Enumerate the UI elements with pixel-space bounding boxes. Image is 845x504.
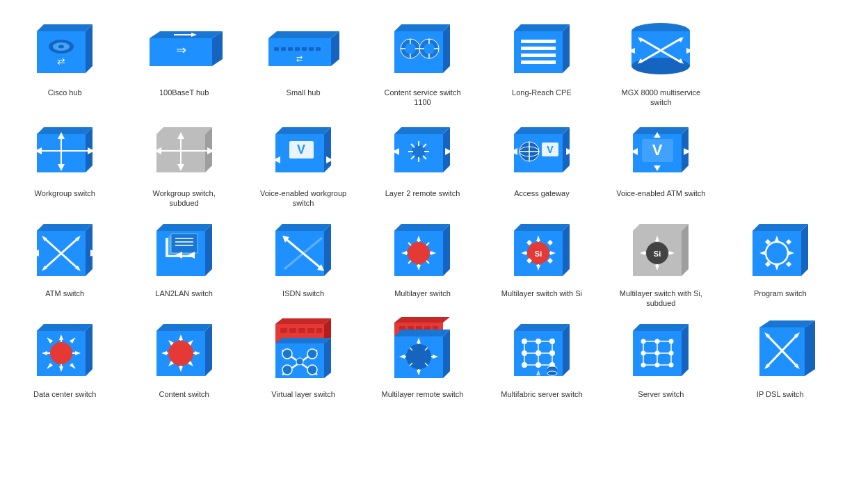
- svg-marker-81: [394, 127, 450, 134]
- svg-marker-74: [275, 127, 331, 134]
- icon-item-data-center-switch: Data center switch: [7, 316, 122, 399]
- icon-item-voice-enabled-workgroup: V Voice-enabled workgroup switch: [246, 115, 361, 209]
- icon-multilayer-switch-si: Si: [497, 215, 587, 284]
- icon-item-voice-enabled-atm: V Voice-enabled ATM switch: [603, 115, 718, 209]
- svg-marker-145: [394, 224, 450, 231]
- icon-item-lan2lan-switch: LAN2LAN switch: [126, 215, 241, 309]
- icon-item-workgroup-switch: Workgroup switch: [7, 115, 122, 209]
- label-voice-enabled-atm: Voice-enabled ATM switch: [616, 188, 705, 198]
- svg-rect-43: [521, 54, 556, 57]
- icon-item-ip-dsl-switch: IP DSL switch: [723, 316, 838, 399]
- svg-rect-249: [307, 328, 314, 333]
- icon-item-multilayer-switch-si: Si Multilayer switch with Si: [484, 215, 599, 309]
- label-multifabric-server-switch: Multifabric server switch: [501, 389, 582, 399]
- icon-content-service-switch-1100: [377, 14, 467, 83]
- icon-multilayer-remote-switch: [377, 316, 467, 385]
- label-data-center-switch: Data center switch: [33, 389, 96, 399]
- svg-rect-41: [521, 40, 556, 43]
- svg-marker-262: [394, 317, 450, 323]
- label-virtual-layer-switch: Virtual layer switch: [271, 389, 335, 399]
- icon-item-atm-switch: ATM switch: [7, 215, 122, 309]
- icon-item-multilayer-switch-si-subdued: Si Multilayer switch with Si, subdued: [603, 215, 718, 309]
- svg-point-257: [307, 349, 317, 359]
- svg-rect-248: [298, 328, 305, 333]
- icon-item-mgx-8000: MGX 8000 multiservice switch: [603, 14, 718, 108]
- svg-marker-285: [563, 324, 570, 376]
- icon-item-long-reach-cpe: Long-Reach CPE: [484, 14, 599, 108]
- icon-100baset-hub: ⇒: [139, 14, 230, 83]
- icon-item-multilayer-switch: Multilayer switch: [364, 215, 480, 309]
- icon-item-placeholder2: [723, 115, 838, 209]
- icon-item-access-gateway: V Access gateway: [484, 115, 599, 209]
- icon-item-layer2-remote-switch: Layer 2 remote switch: [364, 115, 480, 209]
- svg-point-33: [424, 43, 435, 54]
- icon-item-server-switch: Server switch: [603, 316, 718, 399]
- svg-marker-228: [205, 324, 212, 376]
- svg-marker-252: [324, 338, 331, 378]
- label-100baset-hub: 100BaseT hub: [159, 88, 209, 97]
- svg-point-256: [282, 349, 292, 359]
- svg-rect-140: [275, 231, 324, 276]
- svg-marker-24: [443, 24, 450, 73]
- svg-marker-39: [563, 24, 570, 73]
- svg-text:⇒: ⇒: [175, 43, 186, 57]
- svg-point-5: [58, 45, 64, 49]
- icon-multilayer-switch: [377, 215, 467, 284]
- svg-marker-95: [514, 127, 570, 134]
- icon-item-content-service-switch-1100: Content service switch 1100: [364, 14, 480, 108]
- svg-rect-17: [288, 47, 293, 51]
- svg-marker-106: [633, 127, 689, 134]
- icon-isdn-switch: [258, 215, 348, 284]
- svg-marker-125: [90, 250, 97, 257]
- svg-point-259: [307, 365, 317, 375]
- svg-marker-179: [682, 224, 689, 276]
- label-workgroup-switch: Workgroup switch: [35, 188, 95, 198]
- label-multilayer-switch: Multilayer switch: [394, 288, 451, 298]
- label-isdn-switch: ISDN switch: [282, 288, 324, 298]
- icon-ip-dsl-switch: [735, 316, 826, 385]
- label-content-switch: Content switch: [159, 389, 209, 399]
- label-mgx-8000: MGX 8000 multiservice switch: [615, 88, 706, 108]
- svg-marker-146: [443, 224, 450, 276]
- icon-mgx-8000: [615, 14, 706, 83]
- svg-text:⇄: ⇄: [57, 56, 65, 67]
- svg-point-304: [547, 371, 557, 375]
- icon-small-hub: ⇄: [258, 14, 348, 83]
- svg-rect-44: [521, 60, 556, 64]
- svg-marker-251: [275, 338, 331, 343]
- icon-program-switch: [735, 215, 826, 284]
- svg-text:⇄: ⇄: [296, 54, 303, 63]
- icon-voice-enabled-atm: V: [615, 115, 706, 184]
- svg-rect-246: [280, 328, 287, 333]
- svg-marker-65: [156, 127, 212, 134]
- svg-text:Si: Si: [654, 250, 661, 258]
- icon-item-100baset-hub: ⇒ 100BaseT hub: [126, 14, 241, 108]
- svg-marker-325: [805, 320, 815, 376]
- svg-rect-42: [521, 47, 556, 50]
- icon-item-multilayer-remote-switch: Multilayer remote switch: [364, 316, 480, 399]
- icon-placeholder1: [735, 14, 826, 83]
- icon-voice-enabled-workgroup: V: [258, 115, 348, 184]
- icon-item-content-switch: Content switch: [126, 316, 241, 399]
- icon-grid: ⇄ Cisco hub ⇒ 100BaseT hub ⇄ Small hub: [0, 0, 845, 413]
- icon-multilayer-switch-si-subdued: Si: [615, 215, 706, 284]
- svg-marker-127: [205, 224, 212, 276]
- icon-long-reach-cpe: [497, 14, 587, 83]
- svg-point-210: [50, 342, 72, 364]
- svg-marker-161: [514, 224, 570, 231]
- label-atm-switch: ATM switch: [45, 288, 84, 298]
- svg-marker-124: [32, 250, 39, 257]
- label-access-gateway: Access gateway: [514, 188, 569, 198]
- svg-marker-208: [86, 324, 92, 376]
- svg-marker-115: [37, 224, 92, 231]
- svg-marker-126: [156, 224, 212, 231]
- svg-rect-247: [289, 328, 296, 333]
- label-cisco-hub: Cisco hub: [48, 88, 82, 97]
- label-lan2lan-switch: LAN2LAN switch: [155, 288, 213, 298]
- icon-item-program-switch: Program switch: [723, 215, 838, 309]
- svg-marker-1: [86, 24, 92, 73]
- icon-item-cisco-hub: ⇄ Cisco hub: [7, 14, 122, 108]
- icon-virtual-layer-switch: [258, 316, 348, 385]
- label-multilayer-switch-si-subdued: Multilayer switch with Si, subdued: [615, 288, 706, 309]
- svg-marker-306: [633, 324, 689, 331]
